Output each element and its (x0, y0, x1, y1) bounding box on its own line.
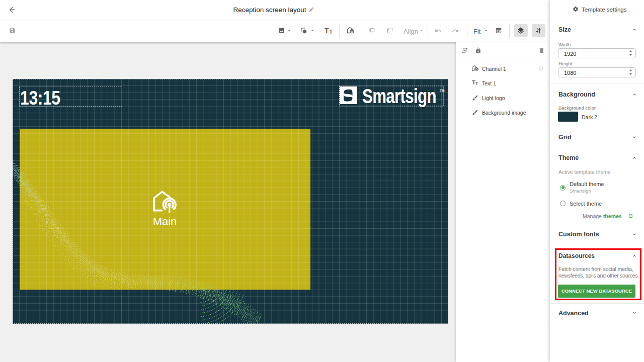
svg-text:Smartsign: Smartsign (362, 85, 436, 108)
svg-text:Main: Main (153, 215, 177, 228)
svg-text:13:15: 13:15 (20, 87, 60, 109)
